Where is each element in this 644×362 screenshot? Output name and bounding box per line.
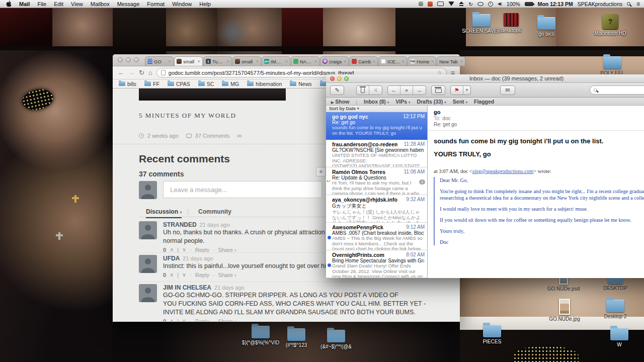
home-icon[interactable]: ⌂ xyxy=(148,69,152,76)
tab-community[interactable]: Community xyxy=(198,208,231,215)
close-tab-icon[interactable]: × xyxy=(460,59,463,64)
reply-button[interactable]: ← xyxy=(388,86,400,95)
get-mail-button[interactable]: ✉ xyxy=(500,85,515,95)
apple-menu[interactable] xyxy=(6,1,12,7)
close-tab-icon[interactable]: × xyxy=(285,59,288,64)
message-row[interactable]: aya_okoncya@rhjdsk.info 9:32 AM Gカップ美女と … xyxy=(326,195,427,223)
tab-craigslist[interactable]: ☮craigs× xyxy=(320,56,349,66)
bookmark-folder-sc[interactable]: SC xyxy=(198,81,214,87)
user-menu[interactable]: SPEAKproductions xyxy=(578,1,622,7)
close-tab-icon[interactable]: × xyxy=(431,59,434,64)
desktop-icon-vid-folder[interactable]: $)(*@$%(%^VID xyxy=(243,326,279,345)
favorites-vips[interactable]: VIPs ▾ xyxy=(395,99,410,105)
reload-icon[interactable]: ↻ xyxy=(139,69,144,76)
menu-mail[interactable]: Mail xyxy=(19,1,30,7)
tab-nasdaq[interactable]: NASDA× xyxy=(291,56,319,66)
zoom-window-button[interactable] xyxy=(134,57,139,62)
flag-button[interactable]: ⚑ xyxy=(451,86,463,95)
flag-menu-button[interactable]: ▾ xyxy=(463,86,470,95)
reply-all-button[interactable]: « xyxy=(400,86,413,95)
desktop-icon-poly-eel[interactable]: POLY EEL xyxy=(594,56,630,76)
close-tab-icon[interactable]: × xyxy=(344,59,346,64)
message-row-unread[interactable]: AwesomePennyPick 9:12 AM AMBS .0057 (Cha… xyxy=(326,223,427,250)
delete-button[interactable] xyxy=(357,86,369,95)
close-tab-icon[interactable]: × xyxy=(198,59,200,64)
flag-group[interactable]: ⚑ ▾ xyxy=(450,85,471,95)
infinity-permalink-icon[interactable]: ∞ xyxy=(237,132,242,139)
junk-button[interactable]: ☟ xyxy=(369,86,382,95)
share-link[interactable]: Share › xyxy=(218,318,236,322)
airplay-icon[interactable] xyxy=(437,1,444,7)
desktop-icon-go-nude-jpg[interactable]: GO.NUDe.jpg xyxy=(546,299,583,322)
upvote-icon[interactable]: ∧ xyxy=(170,318,174,321)
menu-window[interactable]: Window xyxy=(172,1,192,7)
close-window-button[interactable] xyxy=(330,76,335,81)
tab-small-active[interactable]: small× xyxy=(174,56,203,66)
bookmark-folder-cpas[interactable]: CPAS xyxy=(168,81,190,87)
reply-link[interactable]: Reply xyxy=(195,272,209,278)
battery-icon[interactable] xyxy=(525,1,533,7)
message-row-selected[interactable]: go go god nyc 12:12 PM Re: get go sounds… xyxy=(326,112,427,140)
desktop-icon-sym-folder[interactable]: (&#~$)^*!(@& xyxy=(318,330,354,349)
forward-icon[interactable]: → xyxy=(128,69,135,76)
close-tab-icon[interactable]: × xyxy=(314,59,317,64)
messages-status-icon[interactable] xyxy=(477,1,484,7)
favorites-drafts[interactable]: Drafts (33) ▾ xyxy=(417,99,446,105)
tab-discussion[interactable]: Discussion ▾ xyxy=(146,208,182,218)
favorites-inbox[interactable]: Inbox (8) ▾ xyxy=(364,99,389,105)
time-machine-icon[interactable] xyxy=(488,1,493,7)
tab-small-2[interactable]: small× xyxy=(232,56,261,66)
window-controls[interactable] xyxy=(118,54,142,66)
bookmark-folder-mg[interactable]: MG xyxy=(222,81,239,87)
downvote-icon[interactable]: ∨ xyxy=(182,272,186,278)
comment-author[interactable]: JIM IN CHELSEA xyxy=(163,284,211,291)
desktop-icon-w-folder[interactable]: W xyxy=(601,328,637,347)
comment-input[interactable] xyxy=(163,181,322,198)
reply-link[interactable]: Reply xyxy=(195,318,209,322)
bookmark-folder-news[interactable]: News xyxy=(290,81,311,87)
tab-ice[interactable]: ICE Al× xyxy=(378,56,407,66)
eject-icon[interactable] xyxy=(459,1,464,7)
tab-home[interactable]: FMHome× xyxy=(408,56,436,66)
bookmark-folder-bills[interactable]: bills xyxy=(119,81,136,87)
desktop-icon-num-folder[interactable]: (#*!$^123 xyxy=(278,328,314,348)
close-window-button[interactable] xyxy=(118,57,123,62)
close-tab-icon[interactable]: × xyxy=(227,59,229,64)
tab-new-tab[interactable]: New Tab× xyxy=(437,56,465,66)
menu-file[interactable]: File xyxy=(37,1,46,7)
reply-link[interactable]: Reply xyxy=(195,247,209,253)
back-icon[interactable]: ← xyxy=(118,69,124,76)
zoom-window-button[interactable] xyxy=(344,76,349,81)
minimize-window-button[interactable] xyxy=(126,57,131,62)
menu-help[interactable]: Help xyxy=(199,1,211,7)
notification-center-icon[interactable]: ≡ xyxy=(636,1,640,7)
status-app-icon[interactable] xyxy=(419,1,423,7)
tab-cambridge[interactable]: Camb× xyxy=(349,56,378,66)
show-button[interactable]: ▶ Show xyxy=(331,99,349,105)
close-tab-icon[interactable]: × xyxy=(402,59,405,64)
delete-junk-group[interactable]: ☟ xyxy=(356,85,382,95)
message-row-unread[interactable]: OvernightPrints.com 8:02 AM Bring Home S… xyxy=(326,250,427,278)
desktop-icon-go-pics[interactable]: go pics xyxy=(528,17,565,37)
email-link[interactable]: sing@speakproductions.com xyxy=(472,168,533,174)
menu-view[interactable]: View xyxy=(71,1,83,7)
sort-header[interactable]: Sort by Date ▾ xyxy=(326,106,427,112)
archive-button[interactable] xyxy=(431,85,445,95)
mail-search-field[interactable] xyxy=(590,85,644,95)
forward-button[interactable]: → xyxy=(413,86,426,95)
minimize-window-button[interactable] xyxy=(337,76,342,81)
menu-clock[interactable]: Mon 12:13 PM xyxy=(538,1,573,7)
share-link[interactable]: Share › xyxy=(218,272,236,278)
menu-edit[interactable]: Edit xyxy=(54,1,63,7)
message-row[interactable]: frau.anderson@co-redeem.com 11:28 AM GL?… xyxy=(326,140,427,167)
favorites-sent[interactable]: Sent ▾ xyxy=(453,99,467,105)
menu-mailbox[interactable]: Mailbox xyxy=(91,1,110,7)
downvote-icon[interactable]: ∨ xyxy=(182,318,186,321)
wifi-icon[interactable] xyxy=(448,1,454,7)
desktop-icon-desktop2[interactable]: Desktop 2 xyxy=(597,300,633,319)
status-app2-icon[interactable] xyxy=(428,1,433,7)
post-image[interactable] xyxy=(139,88,286,101)
disqus-star-button[interactable]: ★ xyxy=(316,167,326,176)
search-input[interactable] xyxy=(599,87,644,94)
desktop-icon-pieces[interactable]: PIECES xyxy=(474,325,510,344)
